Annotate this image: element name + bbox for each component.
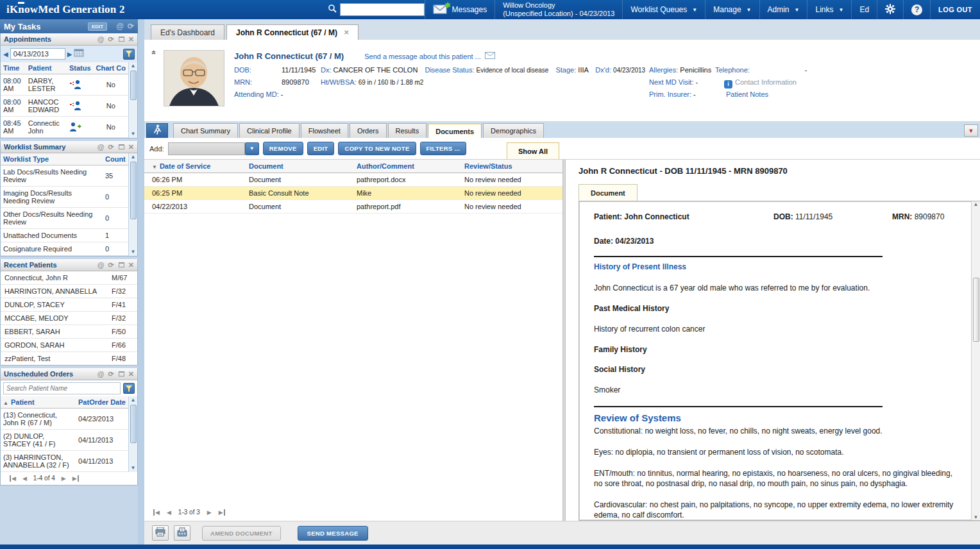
close-icon[interactable]: ✕ — [128, 144, 134, 151]
last-page-icon[interactable]: ▶ — [219, 509, 225, 516]
scroll-down-icon[interactable]: ▼ — [131, 464, 136, 472]
menu-manage[interactable]: Manage ▼ — [705, 0, 759, 19]
panel-settings-icon[interactable]: @ — [97, 262, 105, 269]
contact-information-link[interactable]: Contact Information — [735, 78, 797, 86]
tab-document[interactable]: Document — [579, 184, 638, 201]
recent-patient-row[interactable]: EBBERT, SARAHF/50 — [1, 325, 137, 339]
menu-links[interactable]: Links ▼ — [807, 0, 851, 19]
close-tab-icon[interactable]: ✕ — [344, 29, 349, 36]
col-chart-complete[interactable]: Chart Co — [94, 62, 128, 74]
col-worklist-type[interactable]: Worklist Type — [1, 153, 103, 165]
col-patorder-date[interactable]: PatOrder Date — [76, 396, 128, 409]
worklist-row[interactable]: Unattached Documents1 — [1, 229, 128, 242]
refresh-icon[interactable]: ⟳ — [128, 22, 134, 31]
expand-icon[interactable] — [119, 262, 124, 267]
panel-settings-icon[interactable]: @ — [116, 22, 124, 31]
menu-user[interactable]: Ed — [851, 0, 877, 19]
collapse-banner-icon[interactable]: » — [149, 52, 158, 55]
col-author-comment[interactable]: Author/Comment — [357, 162, 464, 170]
col-count[interactable]: Count — [103, 153, 128, 165]
edit-tasks-button[interactable]: EDIT — [88, 22, 107, 31]
recent-patient-row[interactable]: Connecticut, John RM/67 — [1, 271, 137, 285]
settings-button[interactable] — [877, 0, 903, 19]
recent-patient-row[interactable]: MCCABE, MELODYF/32 — [1, 312, 137, 325]
col-patient[interactable]: Patient — [11, 398, 35, 406]
tab-flowsheet[interactable]: Flowsheet — [301, 123, 348, 138]
appointment-date-input[interactable] — [10, 48, 65, 60]
close-icon[interactable]: ✕ — [128, 36, 134, 43]
next-page-icon[interactable]: ▶ — [207, 509, 212, 516]
previous-page-icon[interactable]: ◀ — [22, 475, 27, 482]
expand-icon[interactable] — [119, 371, 124, 376]
appointment-row[interactable]: 08:00 AM DARBY, LESTER No — [1, 74, 128, 96]
scroll-up-icon[interactable]: ▲ — [131, 396, 136, 404]
filter-button[interactable] — [123, 383, 135, 394]
calendar-icon[interactable] — [74, 48, 84, 60]
recent-patient-row[interactable]: DUNLOP, STACEYF/41 — [1, 298, 137, 312]
add-document-dropdown-button[interactable]: ▼ — [245, 142, 259, 155]
document-row[interactable]: 04/22/2013 Document pathreport.pdf No re… — [144, 200, 562, 214]
expand-icon[interactable] — [119, 144, 124, 149]
appointment-row[interactable]: 08:00 AM HANCOC EDWARD No — [1, 96, 128, 117]
menu-worklist-queues[interactable]: Worklist Queues ▼ — [622, 0, 705, 19]
col-patient[interactable]: Patient — [26, 62, 67, 74]
refresh-icon[interactable]: ⟳ — [108, 36, 114, 43]
worklist-row[interactable]: Imaging Docs/Results Needing Review0 — [1, 187, 128, 208]
close-icon[interactable]: ✕ — [128, 371, 134, 378]
panel-settings-icon[interactable]: @ — [97, 36, 105, 43]
tab-chart-summary[interactable]: Chart Summary — [173, 123, 238, 138]
unscheduled-orders-scrollbar[interactable]: ▲ ▼ — [128, 396, 137, 472]
tab-documents[interactable]: Documents — [428, 123, 482, 138]
viewer-scrollbar[interactable]: ▲ ▼ — [971, 201, 980, 520]
search-input[interactable] — [340, 3, 425, 16]
patient-search-input[interactable] — [3, 382, 121, 394]
scroll-down-icon[interactable]: ▼ — [131, 248, 136, 256]
tab-results[interactable]: Results — [388, 123, 427, 138]
scroll-down-icon[interactable]: ▼ — [974, 514, 979, 520]
col-date-of-service[interactable]: ▼Date of Service — [144, 162, 249, 170]
help-button[interactable]: ? — [903, 0, 930, 19]
messages-button[interactable]: ✱ Messages — [425, 0, 495, 19]
envelope-icon[interactable] — [485, 52, 495, 60]
col-time[interactable]: Time — [1, 62, 26, 74]
worklist-row[interactable]: Other Docs/Results Needing Review0 — [1, 208, 128, 229]
filter-button[interactable] — [123, 49, 135, 60]
document-row[interactable]: 06:26 PM Document pathreport.docx No rev… — [144, 173, 562, 187]
tab-orders[interactable]: Orders — [350, 123, 387, 138]
recent-patient-row[interactable]: zzPatient, TestF/48 — [1, 352, 137, 365]
col-status[interactable]: Status — [67, 62, 94, 74]
quick-action-tab[interactable] — [146, 123, 168, 138]
unscheduled-order-row[interactable]: (13) Connecticut, John R (67 / M)04/23/2… — [1, 409, 128, 430]
previous-day-icon[interactable]: ◀ — [3, 51, 8, 58]
first-page-icon[interactable]: ◀ — [153, 509, 160, 516]
panel-settings-icon[interactable]: @ — [97, 371, 105, 378]
refresh-icon[interactable]: ⟳ — [108, 262, 114, 269]
tab-clinical-profile[interactable]: Clinical Profile — [239, 123, 300, 138]
refresh-icon[interactable]: ⟳ — [108, 371, 114, 378]
remove-button[interactable]: REMOVE — [263, 142, 303, 155]
send-message-link[interactable]: Send a message about this patient ... — [364, 53, 481, 60]
print-button[interactable] — [152, 525, 169, 541]
recent-patient-row[interactable]: GORDON, SARAHF/66 — [1, 339, 137, 352]
add-document-select[interactable] — [168, 142, 245, 155]
document-row-selected[interactable]: 06:25 PM Basic Consult Note Mike No revi… — [144, 187, 562, 200]
unscheduled-order-row[interactable]: (3) HARRINGTON, ANNABELLA (32 / F)04/11/… — [1, 451, 128, 472]
refresh-icon[interactable]: ⟳ — [108, 144, 114, 151]
tab-demographics[interactable]: Demographics — [483, 123, 544, 138]
send-message-button[interactable]: SEND MESSAGE — [298, 526, 368, 541]
menu-admin[interactable]: Admin ▼ — [759, 0, 807, 19]
scroll-down-icon[interactable]: ▼ — [131, 130, 136, 138]
unscheduled-order-row[interactable]: (2) DUNLOP, STACEY (41 / F)04/11/2013 — [1, 430, 128, 451]
recent-patient-row[interactable]: HARRINGTON, ANNABELLAF/32 — [1, 285, 137, 298]
scroll-up-icon[interactable]: ▲ — [131, 62, 136, 70]
patient-notes-link[interactable]: Patient Notes — [726, 90, 768, 98]
first-page-icon[interactable]: ◀ — [10, 475, 16, 482]
location-selector[interactable]: Willow Oncology (Unspecified Location) -… — [494, 0, 622, 19]
previous-page-icon[interactable]: ◀ — [167, 509, 171, 516]
next-day-icon[interactable]: ▶ — [67, 51, 72, 58]
worklist-scrollbar[interactable]: ▲ ▼ — [128, 153, 137, 256]
edit-button[interactable]: EDIT — [307, 142, 335, 155]
amend-document-button[interactable]: AMEND DOCUMENT — [202, 526, 281, 541]
worklist-row[interactable]: Lab Docs/Results Needing Review35 — [1, 165, 128, 187]
panel-settings-icon[interactable]: @ — [97, 144, 105, 151]
